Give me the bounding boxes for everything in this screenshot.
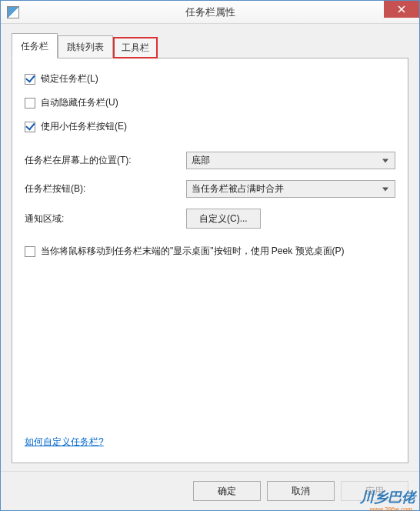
tab-panel: 锁定任务栏(L) 自动隐藏任务栏(U) 使用小任务栏按钮(E) 任务栏在屏幕上的… xyxy=(12,58,408,463)
lock-taskbar-row: 锁定任务栏(L) xyxy=(25,72,395,85)
autohide-checkbox[interactable] xyxy=(25,98,35,109)
app-icon xyxy=(7,6,19,18)
close-button[interactable] xyxy=(384,1,419,18)
position-value: 底部 xyxy=(192,154,210,167)
position-row: 任务栏在屏幕上的位置(T): 底部 xyxy=(25,152,395,169)
buttons-combine-row: 任务栏按钮(B): 当任务栏被占满时合并 xyxy=(25,180,395,198)
window-title: 任务栏属性 xyxy=(185,5,235,19)
peek-checkbox[interactable] xyxy=(25,246,35,257)
dialog-window: 任务栏属性 任务栏 跳转列表 工具栏 锁定任务栏(L) 自动隐藏任务栏(U) xyxy=(0,0,420,511)
tab-toolbar[interactable]: 工具栏 xyxy=(113,37,158,58)
close-icon xyxy=(398,5,405,13)
content-area: 任务栏 跳转列表 工具栏 锁定任务栏(L) 自动隐藏任务栏(U) 使用小任务栏按… xyxy=(1,24,419,471)
apply-button[interactable]: 应用 xyxy=(341,481,408,501)
small-buttons-checkbox[interactable] xyxy=(25,122,35,132)
lock-taskbar-checkbox[interactable] xyxy=(25,74,35,85)
panel-spacer xyxy=(25,259,395,429)
help-link[interactable]: 如何自定义任务栏? xyxy=(25,436,395,449)
cancel-button[interactable]: 取消 xyxy=(267,481,335,501)
customize-button[interactable]: 自定义(C)... xyxy=(186,209,261,229)
position-select[interactable]: 底部 xyxy=(186,152,395,169)
buttons-combine-label: 任务栏按钮(B): xyxy=(25,182,186,195)
lock-taskbar-label[interactable]: 锁定任务栏(L) xyxy=(41,72,98,85)
buttons-combine-select[interactable]: 当任务栏被占满时合并 xyxy=(186,180,395,198)
tab-taskbar[interactable]: 任务栏 xyxy=(12,33,58,58)
notify-row: 通知区域: 自定义(C)... xyxy=(25,209,395,229)
peek-label[interactable]: 当你将鼠标移动到任务栏末端的"显示桌面"按钮时，使用 Peek 预览桌面(P) xyxy=(41,244,345,259)
small-buttons-label[interactable]: 使用小任务栏按钮(E) xyxy=(41,120,127,133)
button-bar: 确定 取消 应用 xyxy=(1,471,419,510)
autohide-label[interactable]: 自动隐藏任务栏(U) xyxy=(41,96,118,109)
buttons-combine-value: 当任务栏被占满时合并 xyxy=(192,182,284,195)
small-buttons-row: 使用小任务栏按钮(E) xyxy=(25,120,395,133)
position-label: 任务栏在屏幕上的位置(T): xyxy=(25,154,186,167)
tabstrip: 任务栏 跳转列表 工具栏 xyxy=(12,33,408,58)
tab-jumplist[interactable]: 跳转列表 xyxy=(58,35,113,58)
notify-label: 通知区域: xyxy=(25,212,186,225)
peek-row: 当你将鼠标移动到任务栏末端的"显示桌面"按钮时，使用 Peek 预览桌面(P) xyxy=(25,244,395,259)
ok-button[interactable]: 确定 xyxy=(193,481,261,501)
autohide-row: 自动隐藏任务栏(U) xyxy=(25,96,395,109)
titlebar: 任务栏属性 xyxy=(1,1,419,24)
